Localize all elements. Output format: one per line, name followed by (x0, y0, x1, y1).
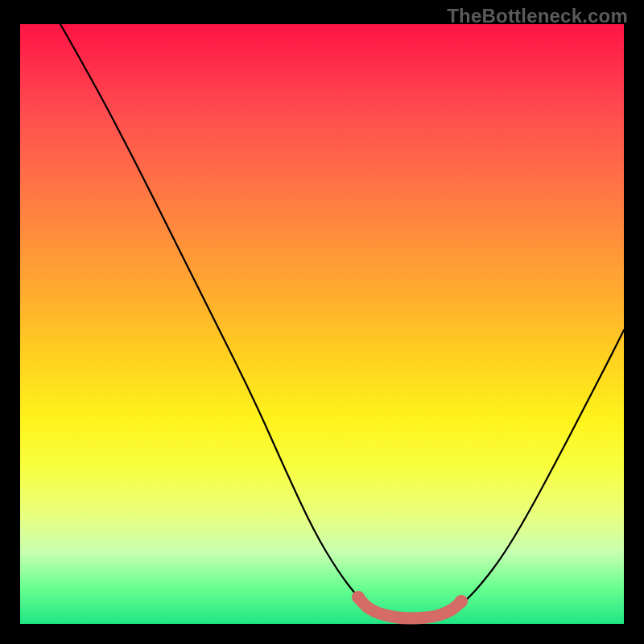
chart-container: TheBottleneck.com (0, 0, 644, 644)
watermark-text: TheBottleneck.com (447, 5, 628, 27)
highlight-dot (455, 595, 468, 608)
highlight-segment-path (358, 597, 461, 618)
plot-area (20, 24, 624, 624)
black-curve-path (60, 24, 624, 618)
highlight-dot (352, 591, 365, 604)
curve-svg (20, 24, 624, 624)
